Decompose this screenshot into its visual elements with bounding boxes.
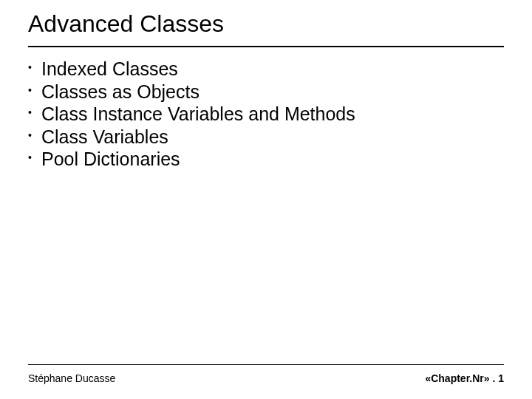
slide-title: Advanced Classes [28, 10, 224, 38]
bullet-list: Indexed Classes Classes as Objects Class… [28, 58, 504, 171]
list-item: Pool Dictionaries [28, 148, 504, 171]
list-item: Indexed Classes [28, 58, 504, 81]
footer-page-ref: «Chapter.Nr» . 1 [425, 372, 504, 384]
slide-body: Indexed Classes Classes as Objects Class… [28, 58, 504, 171]
list-item: Class Variables [28, 126, 504, 149]
list-item: Class Instance Variables and Methods [28, 103, 504, 126]
title-divider [28, 46, 504, 47]
footer-divider [28, 364, 504, 365]
slide: Advanced Classes Indexed Classes Classes… [0, 0, 532, 399]
footer-author: Stéphane Ducasse [28, 372, 115, 384]
list-item: Classes as Objects [28, 81, 504, 103]
